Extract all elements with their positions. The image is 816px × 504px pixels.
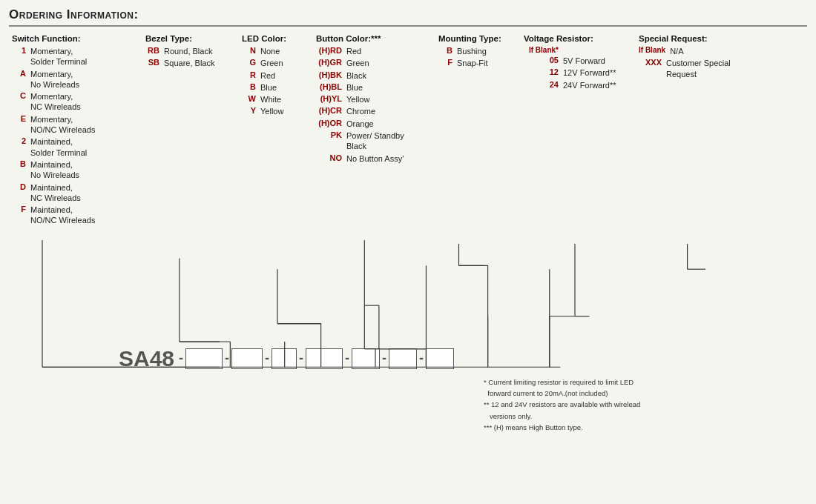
list-item: 1Momentary,Solder Terminal [12,46,139,67]
list-item: 2Maintained,Solder Terminal [12,136,139,158]
col-button: Button Color:*** (H)RDRed (H)GRGreen (H)… [313,34,435,228]
list-item: FSnap-Fit [438,58,518,68]
list-item: If Blank N/A [639,46,759,56]
list-item: (H)CRChrome [316,106,432,116]
col-switch: Switch Function: 1Momentary,Solder Termi… [9,34,142,228]
list-item: BBushing [438,46,518,56]
list-item: 2424V Forward** [524,80,633,90]
col-voltage: Voltage Resistor: If Blank* 055V Forward… [521,34,636,228]
list-item: BBlue [242,82,310,93]
list-item: SBSquare, Black [145,58,236,68]
list-item: BMaintained,No Wireleads [12,159,139,181]
switch-header: Switch Function: [12,34,139,43]
mounting-header: Mounting Type: [438,34,518,43]
col-led: LED Color: NNone GGreen RRed BBlue WWhit… [239,34,313,228]
col-mounting: Mounting Type: BBushing FSnap-Fit [435,34,521,228]
list-item: WWhite [242,94,310,105]
col-bezel: Bezel Type: RBRound, Black SBSquare, Bla… [142,34,239,228]
list-item: PKPower/ StandbyBlack [316,130,432,152]
voltage-header: Voltage Resistor: [524,34,633,43]
list-item: If Blank* [524,46,633,54]
col-special: Special Request: If Blank N/A XXX Custom… [636,34,762,228]
list-item: NNone [242,46,310,56]
list-item: FMaintained,NO/NC Wireleads [12,205,139,226]
list-item: 1212V Forward** [524,67,633,78]
list-item: XXX Customer SpecialRequest [639,58,759,79]
button-header: Button Color:*** [316,34,432,43]
list-item: (H)BLBlue [316,82,432,93]
page: Ordering Information: Switch Function: 1… [0,0,816,504]
list-item: CMomentary,NC Wireleads [12,91,139,113]
list-item: DMaintained,NC Wireleads [12,182,139,204]
columns-row: Switch Function: 1Momentary,Solder Termi… [9,34,807,228]
led-header: LED Color: [242,34,310,43]
list-item: (H)YLYellow [316,94,432,105]
list-item: (H)GRGreen [316,58,432,68]
page-title: Ordering Information: [9,7,807,27]
list-item: NONo Button Assy' [316,153,432,164]
bezel-header: Bezel Type: [145,34,236,43]
list-item: (H)RDRed [316,46,432,56]
list-item: (H)OROrange [316,119,432,129]
connector-svg [9,228,807,391]
connector-area [9,228,807,391]
list-item: EMomentary,NO/NC Wireleads [12,114,139,136]
list-item: YYellow [242,106,310,116]
list-item: GGreen [242,58,310,68]
list-item: 055V Forward [524,56,633,66]
special-header: Special Request: [639,34,759,43]
list-item: RRed [242,70,310,81]
list-item: (H)BKBlack [316,70,432,81]
list-item: AMomentary,No Wireleads [12,69,139,90]
list-item: RBRound, Black [145,46,236,56]
